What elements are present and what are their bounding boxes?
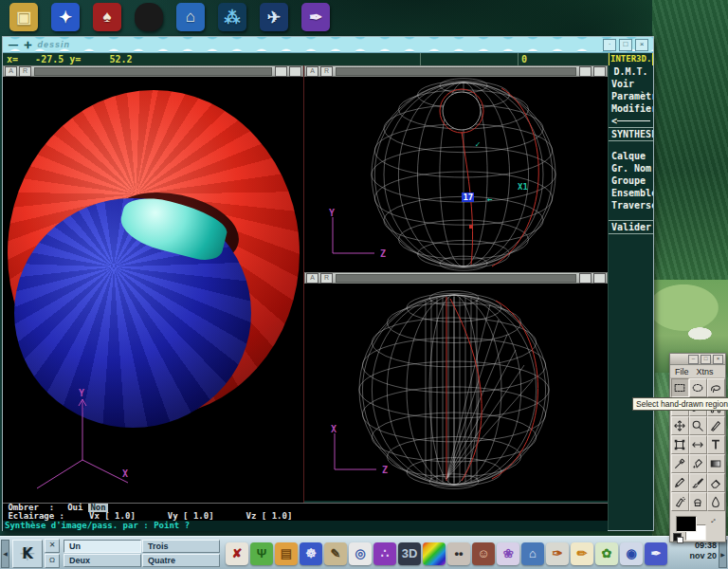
tool-magnify[interactable] bbox=[689, 416, 707, 435]
panel-icon-book-x[interactable]: ✘ bbox=[226, 542, 248, 565]
panel-icon-globe-mouse[interactable]: ◉ bbox=[620, 542, 643, 565]
menu-item[interactable]: Ensemble bbox=[609, 187, 653, 199]
tool-color-picker[interactable] bbox=[671, 454, 689, 473]
ombrer-option-oui[interactable]: Oui bbox=[67, 504, 82, 512]
viewport-top-canvas[interactable]: Y Z ✓ X1 17 ← bbox=[304, 77, 608, 272]
tool-bucket-fill[interactable] bbox=[689, 454, 707, 473]
viewport-button-a[interactable]: A bbox=[306, 273, 318, 284]
menu-item[interactable] bbox=[609, 211, 653, 220]
vy-value[interactable]: Vy [ 1.0] bbox=[168, 512, 214, 521]
k-menu-button[interactable]: ✳ K bbox=[12, 540, 43, 568]
panel-icon-3d-logo[interactable]: 3D bbox=[398, 542, 421, 565]
gimp-titlebar[interactable]: – □ × bbox=[670, 354, 725, 365]
tool-crop[interactable] bbox=[707, 416, 725, 435]
gimp-maximize-button[interactable]: □ bbox=[701, 355, 711, 364]
gimp-minimize-button[interactable]: – bbox=[688, 355, 699, 364]
menu-item[interactable]: Traverse bbox=[609, 199, 653, 211]
desktop-icon-plane-pen[interactable]: ✈ bbox=[260, 3, 288, 31]
tool-flip[interactable] bbox=[689, 435, 707, 454]
tool-blend[interactable] bbox=[707, 454, 725, 473]
tool-transform[interactable] bbox=[671, 435, 689, 454]
menu-item[interactable]: Modifier bbox=[609, 102, 653, 115]
panel-hide-left[interactable]: ◀ bbox=[1, 540, 9, 568]
panel-icon-find-doc[interactable]: ◎ bbox=[349, 542, 372, 565]
tool-ellipse-select[interactable] bbox=[689, 378, 707, 397]
viewport-button-a[interactable]: A bbox=[5, 66, 17, 77]
gimp-close-button[interactable]: × bbox=[713, 355, 723, 364]
panel-hide-right[interactable]: ▶ bbox=[719, 540, 727, 568]
panel-icon-molecule[interactable]: ∴ bbox=[373, 542, 396, 565]
gimp-menu-item[interactable]: Xtns bbox=[697, 367, 714, 376]
pager-quatre[interactable]: Quatre bbox=[142, 554, 220, 567]
panel-icon-sign-pen[interactable]: ✑ bbox=[546, 542, 569, 565]
desktop-icon-notes[interactable]: ✒ bbox=[301, 3, 330, 31]
panel-icon-flowers[interactable]: ❀ bbox=[497, 542, 519, 565]
pager-deux[interactable]: Deux bbox=[64, 554, 141, 567]
viewport-button-r[interactable]: R bbox=[320, 273, 333, 284]
viewport-button-a[interactable]: A bbox=[306, 66, 318, 77]
panel-icon-box-tools[interactable]: ✎ bbox=[324, 542, 347, 565]
panel-clock[interactable]: 09:38 nov 20 bbox=[689, 541, 717, 561]
panel-icon-portrait[interactable]: ☺ bbox=[472, 542, 495, 565]
viewport-button-r[interactable]: R bbox=[19, 66, 31, 77]
desktop-icon-cards[interactable]: ♠ bbox=[93, 3, 121, 31]
viewport-bottom-canvas[interactable]: X Z bbox=[304, 284, 608, 501]
shade-button[interactable]: · bbox=[603, 39, 616, 51]
window-list-button[interactable]: ✕ bbox=[45, 539, 60, 553]
menu-item[interactable]: Paramètr bbox=[609, 90, 653, 102]
tool-clone[interactable] bbox=[689, 492, 707, 511]
tool-free-select[interactable] bbox=[707, 378, 725, 397]
menu-item[interactable]: Gr. Nom. bbox=[609, 162, 653, 174]
viewport-button-o[interactable] bbox=[593, 273, 606, 284]
desktop-icon-home-install[interactable]: ⌂ bbox=[176, 3, 205, 31]
panel-icon-nature-pen[interactable]: ✿ bbox=[595, 542, 618, 565]
viewport-button-u[interactable] bbox=[579, 66, 592, 77]
panel-icon-file-cabinet[interactable]: ▤ bbox=[275, 542, 298, 565]
pager-trois[interactable]: Trois bbox=[142, 540, 220, 553]
inter3d-titlebar[interactable]: — ✛ dessin · □ × bbox=[3, 37, 653, 53]
menu-item[interactable]: < bbox=[609, 115, 653, 127]
menu-item[interactable]: SYNTHESE bbox=[609, 127, 653, 141]
panel-icon-tropical-desktop[interactable]: Ψ bbox=[250, 542, 273, 565]
minimize-icon[interactable]: — bbox=[9, 40, 18, 50]
viewport-button-r[interactable]: R bbox=[320, 66, 333, 77]
viewport-main-canvas[interactable]: Y X bbox=[3, 77, 303, 503]
menu-item[interactable]: Valider bbox=[609, 220, 653, 234]
desktop-icon-ant[interactable]: ⁂ bbox=[218, 3, 246, 31]
panel-icon-ship-wheel[interactable]: ☸ bbox=[300, 542, 322, 565]
gimp-menu-item[interactable]: File bbox=[675, 367, 689, 376]
tool-pencil[interactable] bbox=[671, 473, 689, 492]
menu-item[interactable] bbox=[609, 141, 653, 150]
vx-value[interactable]: Vx [ 1.0] bbox=[89, 512, 136, 521]
vz-value[interactable]: Vz [ 1.0] bbox=[246, 512, 293, 521]
tool-rect-select[interactable] bbox=[671, 378, 689, 397]
maximize-button[interactable]: □ bbox=[619, 39, 632, 51]
tool-move[interactable] bbox=[671, 416, 689, 435]
menu-item[interactable]: D.M.T. bbox=[609, 65, 653, 78]
foreground-color-swatch[interactable] bbox=[676, 516, 697, 532]
tool-text[interactable] bbox=[707, 435, 725, 454]
panel-icon-draw-new[interactable]: ✒ bbox=[645, 542, 667, 565]
viewport-button-o[interactable] bbox=[593, 66, 606, 77]
panel-icon-home-web[interactable]: ⌂ bbox=[521, 542, 544, 565]
desktop-icon-sports[interactable]: ✦ bbox=[51, 3, 80, 31]
swap-colors-icon[interactable]: ↔ bbox=[706, 513, 719, 525]
pager-un[interactable]: Un bbox=[64, 540, 141, 553]
desktop-icon-package[interactable]: ▣ bbox=[9, 3, 38, 31]
desktop-icon-penguin[interactable] bbox=[135, 3, 163, 31]
close-button[interactable]: × bbox=[635, 39, 648, 51]
menu-item[interactable]: Calque bbox=[609, 150, 653, 162]
panel-icon-palette[interactable] bbox=[423, 542, 446, 565]
pin-icon[interactable]: ✛ bbox=[24, 40, 31, 50]
viewport-button-o[interactable] bbox=[289, 66, 301, 77]
tool-convolve[interactable] bbox=[707, 492, 725, 511]
viewport-button-u[interactable] bbox=[275, 66, 287, 77]
tool-eraser[interactable] bbox=[707, 473, 725, 492]
tool-paintbrush[interactable] bbox=[689, 473, 707, 492]
default-colors-icon[interactable] bbox=[673, 533, 682, 541]
panel-icon-gimp[interactable]: •• bbox=[447, 542, 470, 565]
tool-airbrush[interactable] bbox=[671, 492, 689, 511]
menu-item[interactable]: Voir bbox=[609, 78, 653, 90]
panel-icon-pencil[interactable]: ✏ bbox=[571, 542, 593, 565]
lock-screen-button[interactable]: Ω bbox=[45, 554, 60, 568]
